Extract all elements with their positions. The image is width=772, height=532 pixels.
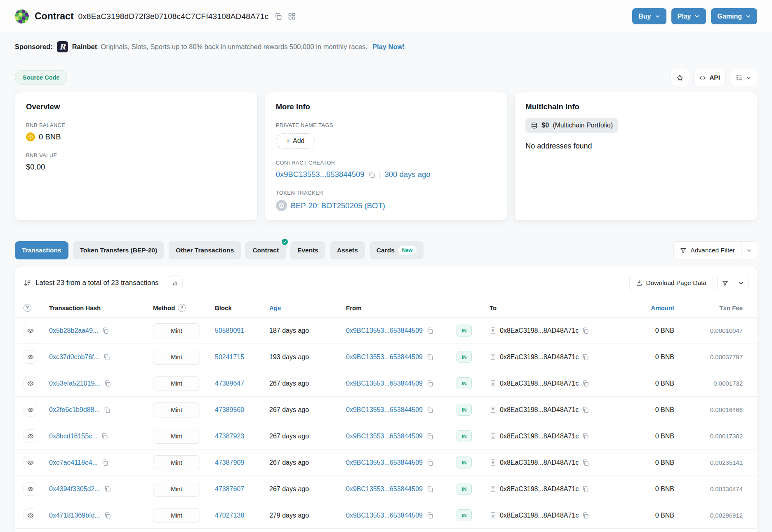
- copy-icon[interactable]: [426, 353, 433, 360]
- copy-icon[interactable]: [426, 380, 433, 387]
- method-badge[interactable]: Mint: [153, 429, 200, 444]
- tab-transactions[interactable]: Transactions: [15, 241, 68, 259]
- to-address-link[interactable]: 0x8EaC3198...8AD48A71c: [500, 433, 579, 440]
- copy-icon[interactable]: [103, 353, 110, 360]
- add-name-tag-button[interactable]: + Add: [276, 133, 315, 149]
- copy-icon[interactable]: [426, 327, 433, 334]
- tab-assets[interactable]: Assets: [330, 241, 365, 259]
- download-page-data-button[interactable]: Download Page Data: [629, 275, 713, 291]
- from-address-link[interactable]: 0x9BC13553...653844509: [346, 353, 423, 361]
- transaction-hash-link[interactable]: 0x5b28b2aa49...: [49, 327, 98, 334]
- copy-icon[interactable]: [101, 459, 108, 466]
- copy-icon[interactable]: [582, 485, 589, 492]
- play-button[interactable]: Play: [671, 8, 706, 24]
- method-badge[interactable]: Mint: [153, 323, 200, 338]
- copy-icon[interactable]: [102, 327, 109, 334]
- preview-transaction-button[interactable]: [24, 403, 37, 417]
- play-now-link[interactable]: Play Now!: [372, 43, 405, 51]
- method-badge[interactable]: Mint: [153, 482, 200, 497]
- copy-icon[interactable]: [582, 406, 589, 413]
- copy-icon[interactable]: [104, 485, 111, 492]
- method-badge[interactable]: Mint: [153, 350, 200, 365]
- checklist-menu-button[interactable]: [730, 69, 757, 86]
- advanced-filter-main[interactable]: Advanced Filter: [674, 242, 741, 259]
- copy-icon[interactable]: [582, 353, 589, 360]
- col-amount[interactable]: Amount: [651, 304, 674, 311]
- block-link[interactable]: 50241715: [215, 353, 244, 360]
- from-address-link[interactable]: 0x9BC13553...653844509: [346, 433, 423, 440]
- from-address-link[interactable]: 0x9BC13553...653844509: [346, 512, 423, 519]
- to-address-link[interactable]: 0x8EaC3198...8AD48A71c: [500, 327, 579, 334]
- preview-transaction-button[interactable]: [24, 456, 37, 469]
- advanced-filter-caret[interactable]: [741, 242, 757, 259]
- block-link[interactable]: 47387607: [215, 485, 244, 492]
- gaming-button[interactable]: Gaming: [711, 8, 757, 24]
- creation-age-link[interactable]: 300 days ago: [384, 170, 430, 179]
- transaction-hash-link[interactable]: 0x53efa521019...: [49, 380, 100, 387]
- col-age[interactable]: Age: [269, 304, 281, 311]
- to-address-link[interactable]: 0x8EaC3198...8AD48A71c: [500, 485, 579, 493]
- method-badge[interactable]: Mint: [153, 403, 200, 417]
- preview-transaction-button[interactable]: [24, 482, 37, 496]
- block-link[interactable]: 47389647: [215, 380, 244, 387]
- preview-transaction-button[interactable]: [24, 377, 37, 390]
- copy-icon[interactable]: [582, 512, 589, 519]
- creator-address-link[interactable]: 0x9BC13553...653844509: [276, 170, 365, 179]
- copy-icon[interactable]: [426, 406, 433, 413]
- tab-cards[interactable]: CardsNew: [370, 241, 424, 259]
- to-address-link[interactable]: 0x8EaC3198...8AD48A71c: [500, 459, 579, 466]
- transaction-hash-link[interactable]: 0x4394f3305d2...: [49, 485, 100, 493]
- block-link[interactable]: 47027138: [215, 512, 244, 519]
- preview-transaction-button[interactable]: [24, 350, 37, 364]
- block-link[interactable]: 47387923: [215, 433, 244, 440]
- block-link[interactable]: 47387909: [215, 459, 244, 466]
- transaction-hash-link[interactable]: 0x2fe6c1b9d88...: [49, 406, 100, 414]
- copy-icon[interactable]: [582, 327, 589, 334]
- help-icon[interactable]: ?: [178, 304, 186, 312]
- copy-icon[interactable]: [101, 433, 108, 440]
- block-link[interactable]: 47389560: [215, 406, 244, 413]
- method-badge[interactable]: Mint: [153, 376, 200, 391]
- preview-transaction-button[interactable]: [24, 429, 37, 443]
- copy-icon[interactable]: [104, 380, 111, 387]
- from-address-link[interactable]: 0x9BC13553...653844509: [346, 459, 423, 466]
- transaction-hash-link[interactable]: 0xc37d0cbb76f...: [49, 353, 99, 361]
- favorite-button[interactable]: [671, 69, 689, 86]
- tab-contract[interactable]: Contract: [245, 241, 286, 259]
- from-address-link[interactable]: 0x9BC13553...653844509: [346, 380, 423, 387]
- chart-view-button[interactable]: [168, 275, 183, 290]
- block-link[interactable]: 50589091: [215, 327, 244, 334]
- copy-icon[interactable]: [426, 433, 433, 440]
- preview-transaction-button[interactable]: [24, 508, 37, 522]
- copy-icon[interactable]: [368, 171, 375, 178]
- filter-funnel-button[interactable]: [718, 275, 733, 291]
- copy-icon[interactable]: [426, 485, 433, 492]
- method-badge[interactable]: Mint: [153, 455, 200, 470]
- copy-icon[interactable]: [104, 406, 111, 413]
- api-button[interactable]: API: [693, 69, 726, 86]
- from-address-link[interactable]: 0x9BC13553...653844509: [346, 327, 423, 334]
- multichain-portfolio-badge[interactable]: $0 (Multichain Portfolio): [525, 118, 618, 133]
- copy-icon[interactable]: [582, 433, 589, 440]
- sort-icon[interactable]: [24, 279, 31, 287]
- from-address-link[interactable]: 0x9BC13553...653844509: [346, 485, 423, 493]
- tab-events[interactable]: Events: [290, 241, 325, 259]
- tab-token-transfers-bep-20[interactable]: Token Transfers (BEP-20): [73, 241, 165, 259]
- buy-button[interactable]: Buy: [632, 8, 666, 24]
- filter-caret-button[interactable]: [733, 275, 748, 291]
- to-address-link[interactable]: 0x8EaC3198...8AD48A71c: [500, 406, 579, 414]
- preview-transaction-button[interactable]: [24, 324, 37, 337]
- copy-address-icon[interactable]: [274, 12, 282, 20]
- tab-other-transactions[interactable]: Other Transactions: [169, 241, 241, 259]
- copy-icon[interactable]: [426, 512, 433, 519]
- source-code-badge[interactable]: Source Code: [15, 70, 67, 85]
- transaction-hash-link[interactable]: 0x47181369bfd...: [49, 512, 100, 519]
- copy-icon[interactable]: [582, 380, 589, 387]
- to-address-link[interactable]: 0x8EaC3198...8AD48A71c: [500, 353, 579, 361]
- help-icon[interactable]: ?: [24, 304, 31, 312]
- to-address-link[interactable]: 0x8EaC3198...8AD48A71c: [500, 380, 579, 387]
- from-address-link[interactable]: 0x9BC13553...653844509: [346, 406, 423, 414]
- method-badge[interactable]: Mint: [153, 508, 200, 523]
- qr-grid-icon[interactable]: [288, 12, 296, 20]
- copy-icon[interactable]: [104, 512, 111, 519]
